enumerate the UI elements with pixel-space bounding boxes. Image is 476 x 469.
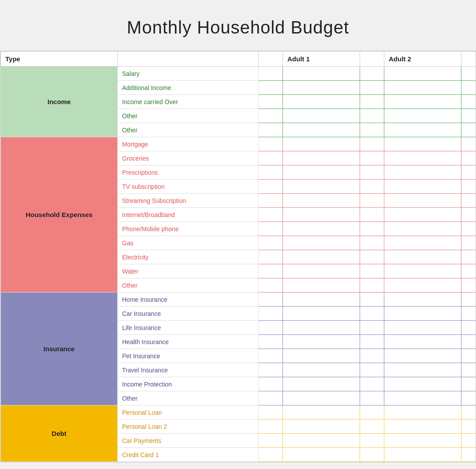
adult2-data-cell[interactable] <box>384 349 461 363</box>
adult1-data-cell[interactable] <box>283 434 360 448</box>
adult1-data-cell[interactable] <box>283 236 360 250</box>
adult1-data-cell[interactable] <box>283 208 360 222</box>
extra-cell <box>461 165 476 180</box>
adult1-data-cell[interactable] <box>283 448 360 462</box>
adult2-data-cell[interactable] <box>384 293 461 307</box>
spacer-cell <box>259 236 283 250</box>
table-row: InsuranceHome Insurance <box>1 293 476 307</box>
adult1-data-cell[interactable] <box>283 81 360 95</box>
spacer-cell <box>259 377 283 391</box>
label-cell: Life Insurance <box>118 321 259 335</box>
adult1-data-cell[interactable] <box>283 109 360 123</box>
spacer-cell <box>360 307 384 321</box>
spacer-cell <box>360 109 384 123</box>
spacer-cell <box>360 321 384 335</box>
adult2-data-cell[interactable] <box>384 448 461 462</box>
adult2-data-cell[interactable] <box>384 123 461 137</box>
spacer-cell <box>259 250 283 264</box>
extra-cell <box>461 236 476 250</box>
adult1-data-cell[interactable] <box>283 194 360 208</box>
adult1-data-cell[interactable] <box>283 95 360 109</box>
spacer-cell <box>360 391 384 405</box>
label-cell: Mortgage <box>118 137 259 151</box>
adult2-data-cell[interactable] <box>384 95 461 109</box>
spacer-cell <box>259 180 283 194</box>
category-cell: Debt <box>1 405 118 462</box>
adult2-data-cell[interactable] <box>384 222 461 236</box>
adult1-data-cell[interactable] <box>283 278 360 293</box>
adult2-data-cell[interactable] <box>384 363 461 377</box>
spacer-cell <box>360 194 384 208</box>
label-cell: Car Insurance <box>118 307 259 321</box>
col-type-header: Type <box>1 52 118 67</box>
spacer-cell <box>360 293 384 307</box>
adult1-data-cell[interactable] <box>283 363 360 377</box>
adult2-data-cell[interactable] <box>384 81 461 95</box>
adult2-data-cell[interactable] <box>384 434 461 448</box>
adult1-data-cell[interactable] <box>283 420 360 434</box>
adult1-data-cell[interactable] <box>283 377 360 391</box>
adult2-data-cell[interactable] <box>384 420 461 434</box>
adult1-data-cell[interactable] <box>283 123 360 137</box>
adult1-data-cell[interactable] <box>283 391 360 405</box>
spacer-cell <box>360 81 384 95</box>
extra-cell <box>461 222 476 236</box>
extra-cell <box>461 448 476 462</box>
adult1-data-cell[interactable] <box>283 151 360 165</box>
adult1-data-cell[interactable] <box>283 222 360 236</box>
adult2-data-cell[interactable] <box>384 335 461 349</box>
adult2-data-cell[interactable] <box>384 307 461 321</box>
extra-cell <box>461 321 476 335</box>
adult1-data-cell[interactable] <box>283 335 360 349</box>
spacer-cell <box>259 67 283 81</box>
adult1-data-cell[interactable] <box>283 307 360 321</box>
extra-cell <box>461 434 476 448</box>
spacer-cell <box>360 363 384 377</box>
extra-cell <box>461 180 476 194</box>
spacer-cell <box>259 109 283 123</box>
spacer-cell <box>259 123 283 137</box>
adult2-data-cell[interactable] <box>384 151 461 165</box>
spacer-cell <box>259 405 283 420</box>
adult2-data-cell[interactable] <box>384 377 461 391</box>
spacer-cell <box>360 335 384 349</box>
adult2-data-cell[interactable] <box>384 391 461 405</box>
adult1-data-cell[interactable] <box>283 293 360 307</box>
adult2-data-cell[interactable] <box>384 250 461 264</box>
adult2-data-cell[interactable] <box>384 194 461 208</box>
adult1-data-cell[interactable] <box>283 137 360 151</box>
adult2-data-cell[interactable] <box>384 264 461 278</box>
adult2-data-cell[interactable] <box>384 67 461 81</box>
spacer-cell <box>360 250 384 264</box>
adult2-data-cell[interactable] <box>384 236 461 250</box>
adult1-data-cell[interactable] <box>283 264 360 278</box>
adult1-data-cell[interactable] <box>283 165 360 180</box>
label-cell: Home Insurance <box>118 293 259 307</box>
adult1-data-cell[interactable] <box>283 250 360 264</box>
adult2-data-cell[interactable] <box>384 208 461 222</box>
extra-cell <box>461 363 476 377</box>
spacer-cell <box>259 335 283 349</box>
spacer-cell <box>360 448 384 462</box>
adult2-data-cell[interactable] <box>384 321 461 335</box>
label-cell: TV subscription <box>118 180 259 194</box>
adult2-data-cell[interactable] <box>384 278 461 293</box>
adult1-data-cell[interactable] <box>283 349 360 363</box>
label-cell: Pet Insurance <box>118 349 259 363</box>
adult1-data-cell[interactable] <box>283 67 360 81</box>
spacer-cell <box>259 293 283 307</box>
adult2-data-cell[interactable] <box>384 180 461 194</box>
adult2-data-cell[interactable] <box>384 165 461 180</box>
adult2-data-cell[interactable] <box>384 137 461 151</box>
extra-cell <box>461 194 476 208</box>
label-cell: Internet/Broadband <box>118 208 259 222</box>
adult1-data-cell[interactable] <box>283 321 360 335</box>
adult1-data-cell[interactable] <box>283 405 360 420</box>
adult2-data-cell[interactable] <box>384 405 461 420</box>
spacer-cell <box>360 377 384 391</box>
spacer-cell <box>360 349 384 363</box>
adult1-data-cell[interactable] <box>283 180 360 194</box>
label-cell: Additional Income <box>118 81 259 95</box>
table-row: IncomeSalary <box>1 67 476 81</box>
adult2-data-cell[interactable] <box>384 109 461 123</box>
